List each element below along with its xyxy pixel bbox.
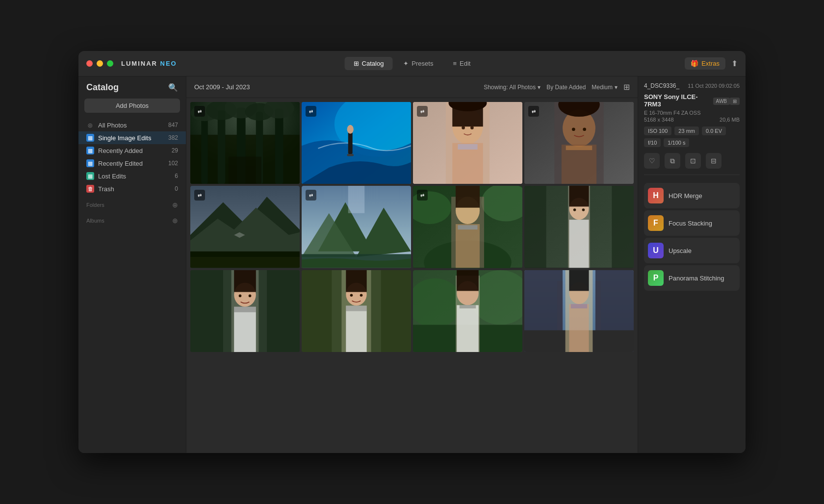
svg-point-57 <box>573 209 576 212</box>
tab-edit[interactable]: ≡ Edit <box>444 57 479 70</box>
add-album-icon[interactable]: ⊕ <box>172 217 178 225</box>
iso-badge: ISO 100 <box>644 126 671 135</box>
upscale-tool[interactable]: U Upscale <box>644 238 740 263</box>
favorite-button[interactable]: ♡ <box>644 153 660 169</box>
sidebar-item-recently-edited[interactable]: ▦ Recently Edited 102 <box>78 157 186 170</box>
lens-info: E 16-70mm F4 ZA OSS <box>644 110 701 116</box>
photo-woman2[interactable]: ⇄ <box>524 102 634 184</box>
svg-rect-15 <box>348 132 353 154</box>
tab-catalog-label: Catalog <box>362 60 384 67</box>
svg-point-26 <box>470 126 474 129</box>
app-window: LUMINAR NEO ⊞ Catalog ✦ Presets ≡ Edit 🎁… <box>78 51 746 453</box>
camera-meta-row: SONY Sony ILCE-7RM3 AWB ⊞ <box>644 93 740 109</box>
size-filter[interactable]: Medium ▾ <box>592 84 618 91</box>
svg-rect-76 <box>346 305 366 311</box>
sidebar-item-single-image-edits[interactable]: ▦ Single Image Edits 382 <box>78 131 186 144</box>
photo-mountain1[interactable]: ⇄ <box>190 186 300 268</box>
svg-rect-37 <box>190 257 300 268</box>
tab-edit-label: Edit <box>460 60 470 67</box>
recently-edited-count: 102 <box>168 160 178 167</box>
edit-indicator-7: ⇄ <box>417 190 428 201</box>
svg-rect-96 <box>569 270 589 291</box>
svg-rect-65 <box>234 306 256 352</box>
info-button[interactable]: ⊟ <box>706 153 721 169</box>
catalog-icon: ⊞ <box>354 60 359 67</box>
recently-added-icon: ▦ <box>86 147 94 154</box>
sidebar-item-lost-edits[interactable]: ▦ Lost Edits 6 <box>78 170 186 182</box>
svg-point-67 <box>239 294 242 297</box>
photo-dark-trees[interactable]: ⇄ <box>190 102 300 184</box>
close-button[interactable] <box>86 60 93 67</box>
file-date: 11 Oct 2020 09:02:05 <box>688 83 740 89</box>
titlebar: LUMINAR NEO ⊞ Catalog ✦ Presets ≡ Edit 🎁… <box>78 51 746 76</box>
wb-badge: AWB <box>713 98 730 105</box>
svg-rect-6 <box>275 108 283 184</box>
photo-woman1[interactable]: ⇄ <box>413 102 522 184</box>
extras-label: Extras <box>701 60 720 67</box>
hdr-icon: H <box>648 188 664 203</box>
window-controls <box>86 60 113 67</box>
showing-chevron-icon: ▾ <box>538 84 541 91</box>
svg-rect-74 <box>346 270 366 292</box>
share-button[interactable]: ⬆ <box>731 59 738 68</box>
action-icons: ♡ ⧉ ⊡ ⊟ <box>644 153 740 175</box>
right-panel: 4_DSC9336_ 11 Oct 2020 09:02:05 SONY Son… <box>638 76 746 453</box>
edit-indicator-6: ⇄ <box>306 190 316 201</box>
photo-woman-street[interactable] <box>524 270 634 352</box>
svg-point-78 <box>360 294 363 297</box>
minimize-button[interactable] <box>97 60 103 67</box>
albums-section: Albums ⊕ <box>78 211 186 227</box>
lost-edits-label: Lost Edits <box>98 173 171 180</box>
showing-label: Showing: All Photos <box>484 84 536 91</box>
sidebar-item-recently-added[interactable]: ▦ Recently Added 29 <box>78 144 186 157</box>
trash-icon: 🗑 <box>86 185 94 193</box>
sidebar: Catalog 🔍 Add Photos ◎ All Photos 847 ▦ … <box>78 76 186 453</box>
upscale-icon: U <box>648 243 664 258</box>
stack-button[interactable]: ⊡ <box>685 153 701 169</box>
svg-rect-61 <box>267 270 300 352</box>
sidebar-item-all-photos[interactable]: ◎ All Photos 847 <box>78 119 186 131</box>
svg-rect-97 <box>569 304 589 352</box>
svg-rect-87 <box>460 305 476 308</box>
all-photos-label: All Photos <box>98 122 164 129</box>
focus-stacking-tool[interactable]: F Focus Stacking <box>644 210 740 236</box>
extras-button[interactable]: 🎁 Extras <box>685 57 725 70</box>
showing-filter[interactable]: Showing: All Photos ▾ <box>484 84 541 91</box>
photo-surfer[interactable]: ⇄ <box>302 102 411 184</box>
svg-rect-49 <box>458 226 477 230</box>
panorama-stitching-tool[interactable]: P Panorama Stitching <box>644 265 740 291</box>
all-photos-count: 847 <box>168 122 178 128</box>
file-info-header: 4_DSC9336_ 11 Oct 2020 09:02:05 <box>644 82 740 89</box>
photo-man-garden[interactable] <box>413 270 522 352</box>
svg-rect-48 <box>456 224 480 268</box>
copy-button[interactable]: ⧉ <box>665 153 680 169</box>
photo-grid: ⇄ <box>186 98 638 453</box>
hdr-merge-tool[interactable]: H HDR Merge <box>644 183 740 208</box>
tab-presets[interactable]: ✦ Presets <box>394 57 442 70</box>
photo-man-forest2[interactable] <box>302 270 411 352</box>
sidebar-item-trash[interactable]: 🗑 Trash 0 <box>78 182 186 195</box>
raw-badge[interactable]: ⊞ <box>730 98 740 105</box>
svg-rect-17 <box>347 154 354 156</box>
svg-rect-85 <box>457 270 479 291</box>
grid-view-button[interactable]: ⊞ <box>623 82 630 92</box>
search-icon[interactable]: 🔍 <box>168 83 178 92</box>
photo-man-forest1[interactable] <box>190 270 300 352</box>
single-image-edits-count: 382 <box>168 134 178 141</box>
photo-mountain2[interactable]: ⇄ <box>302 186 411 268</box>
sort-filter[interactable]: By Date Added <box>546 84 586 91</box>
size-label: Medium <box>592 84 613 91</box>
content-toolbar: Oct 2009 - Jul 2023 Showing: All Photos … <box>186 76 638 98</box>
add-photos-button[interactable]: Add Photos <box>84 99 180 113</box>
svg-rect-64 <box>234 270 256 292</box>
svg-rect-86 <box>457 305 479 352</box>
camera-model: SONY Sony ILCE-7RM3 <box>644 93 713 108</box>
lens-row: E 16-70mm F4 ZA OSS <box>644 110 740 116</box>
fullscreen-button[interactable] <box>107 60 113 67</box>
svg-rect-71 <box>381 270 411 352</box>
photo-man-trees[interactable] <box>524 186 634 268</box>
tab-catalog[interactable]: ⊞ Catalog <box>345 57 393 70</box>
photo-jungle-woman[interactable]: ⇄ <box>413 186 522 268</box>
add-folder-icon[interactable]: ⊕ <box>172 201 178 209</box>
panorama-icon: P <box>648 270 664 286</box>
